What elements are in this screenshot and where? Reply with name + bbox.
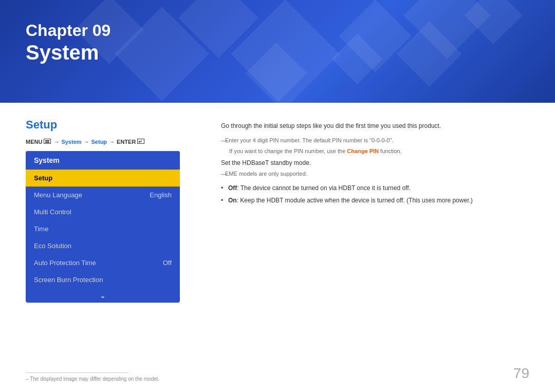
bullet-list: Off: The device cannot be turned on via …: [221, 183, 529, 205]
right-column: Go through the initial setup steps like …: [221, 118, 529, 303]
menu-item-value: English: [150, 191, 172, 199]
menu-item-auto-protection-time[interactable]: Auto Protection Time Off: [26, 254, 180, 271]
bg-shape: [464, 0, 522, 45]
bullet-label-on: On: [228, 197, 237, 204]
menu-panel-header: System: [26, 151, 180, 170]
pin-change-prefix: If you want to change the PIN number, us…: [229, 148, 347, 154]
pin-change-note: If you want to change the PIN number, us…: [221, 147, 529, 156]
breadcrumb-menu: MENU: [26, 139, 42, 145]
bullet-desc-off: : The device cannot be turned on via HDB…: [237, 184, 411, 192]
menu-item-label: Time: [34, 225, 48, 233]
menu-item-menu-language[interactable]: Menu Language English: [26, 186, 180, 203]
system-label: System: [26, 40, 110, 65]
page-number: 79: [513, 365, 529, 382]
bullet-item-off: Off: The device cannot be turned on via …: [221, 183, 529, 193]
bullet-desc-on: : Keep the HDBT module active when the d…: [237, 197, 473, 204]
menu-panel: System Setup Menu Language English Multi…: [26, 151, 180, 303]
bullet-label-off: Off: [228, 184, 237, 192]
menu-item-label: Auto Protection Time: [34, 259, 96, 267]
standby-title: Set the HDBaseT standby mode.: [221, 159, 529, 166]
enter-icon: [137, 139, 144, 144]
breadcrumb: MENU → System → Setup → ENTER: [26, 139, 200, 145]
menu-item-multi-control[interactable]: Multi Control: [26, 203, 180, 220]
menu-item-label: Screen Burn Protection: [34, 276, 103, 284]
main-description: Go through the initial setup steps like …: [221, 121, 529, 131]
menu-item-eco-solution[interactable]: Eco Solution: [26, 237, 180, 254]
left-column: Setup MENU → System → Setup → ENTER Syst…: [26, 118, 200, 303]
menu-item-setup[interactable]: Setup: [26, 170, 180, 186]
breadcrumb-arrow: →: [84, 139, 89, 145]
menu-icon: [44, 139, 51, 144]
bullet-item-on: On: Keep the HDBT module active when the…: [221, 196, 529, 205]
breadcrumb-enter-label: ENTER: [117, 139, 136, 145]
breadcrumb-system: System: [61, 139, 81, 145]
page-footer: – The displayed image may differ dependi…: [26, 372, 529, 382]
pin-change-suffix: function.: [379, 148, 402, 154]
section-title: Setup: [26, 118, 200, 132]
page-header: Chapter 09 System: [0, 0, 555, 103]
menu-item-value: Off: [163, 259, 172, 267]
footer-divider: [26, 372, 128, 373]
menu-scroll-down[interactable]: ⌄: [26, 288, 180, 303]
eme-note: EME models are only supported.: [221, 170, 529, 178]
menu-item-label: Multi Control: [34, 208, 71, 216]
menu-item-label: Eco Solution: [34, 242, 71, 250]
pin-note: Enter your 4 digit PIN number. The defau…: [221, 136, 529, 145]
breadcrumb-arrow: →: [109, 139, 115, 145]
menu-item-screen-burn-protection[interactable]: Screen Burn Protection: [26, 271, 180, 288]
menu-item-label: Setup: [34, 174, 52, 182]
main-content: Setup MENU → System → Setup → ENTER Syst…: [0, 103, 555, 313]
chapter-label: Chapter 09: [26, 21, 110, 40]
breadcrumb-arrow: →: [53, 139, 59, 145]
header-title: Chapter 09 System: [26, 21, 110, 65]
change-pin-link: Change PIN: [347, 148, 379, 154]
menu-item-label: Menu Language: [34, 191, 82, 199]
footer-note: – The displayed image may differ dependi…: [26, 376, 529, 382]
menu-item-time[interactable]: Time: [26, 220, 180, 237]
breadcrumb-setup: Setup: [91, 139, 107, 145]
